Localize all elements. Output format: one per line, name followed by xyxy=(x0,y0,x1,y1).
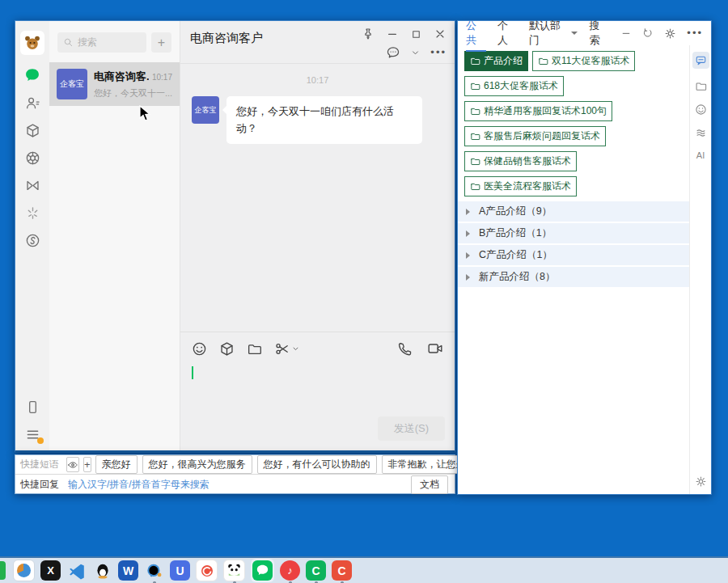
taskbar-browser-icon[interactable] xyxy=(196,560,218,581)
eye-toggle-button[interactable] xyxy=(66,457,79,472)
folder-icon xyxy=(470,156,480,167)
chat-avatar: 企客宝 xyxy=(57,69,87,99)
mobile-icon[interactable] xyxy=(25,399,40,415)
tag-button[interactable]: 医美全流程客服话术 xyxy=(464,176,577,196)
message-avatar[interactable]: 企客宝 xyxy=(192,96,219,124)
tag-label: 618大促客服话术 xyxy=(484,79,558,93)
message-options-icon[interactable] xyxy=(386,45,400,60)
quick-reply-label: 快捷回复 xyxy=(20,478,62,492)
chat-item-time: 10:17 xyxy=(152,73,172,82)
quick-phrase-button[interactable]: 您好，很高兴为您服务 xyxy=(142,455,252,474)
more-menu-icon[interactable] xyxy=(25,427,40,442)
tag-button[interactable]: 产品介绍 xyxy=(464,51,528,71)
message-input[interactable] xyxy=(180,361,455,416)
wecom-main-window: 搜索 + 企客宝 电商咨询客... 10:17 您好，今天双十一... 电商咨询… xyxy=(15,20,455,453)
tag-button[interactable]: 精华通用客服回复话术100句 xyxy=(464,101,612,121)
strip-ai-label[interactable]: AI xyxy=(696,150,705,160)
chat-item-title: 电商咨询客... xyxy=(94,70,149,84)
screenshot-icon[interactable] xyxy=(274,341,300,357)
quick-phrases-label: 快捷短语 xyxy=(20,458,62,471)
text-cursor xyxy=(192,366,193,379)
contacts-icon[interactable] xyxy=(25,95,40,111)
phrase-group-row[interactable]: B产品介绍（1） xyxy=(458,223,689,245)
tag-button[interactable]: 双11大促客服话术 xyxy=(532,51,635,71)
minimize-icon[interactable] xyxy=(384,26,400,42)
panel-minimize-icon[interactable] xyxy=(620,27,632,39)
panel-search[interactable]: 搜索 xyxy=(589,19,609,48)
video-call-icon[interactable] xyxy=(427,340,443,357)
message-bubble: 您好，今天双十一咱们店有什么活动？ xyxy=(226,96,422,144)
tag-label: 双11大促客服话术 xyxy=(552,54,629,68)
panel-more-icon[interactable]: ••• xyxy=(687,29,703,37)
phrase-group-list: A产品介绍（9） B产品介绍（1） C产品介绍（1） xyxy=(458,201,689,289)
phrase-group-row[interactable]: A产品介绍（9） xyxy=(458,201,689,223)
settings-gear-icon[interactable] xyxy=(664,27,676,40)
strip-gear-icon[interactable] xyxy=(695,475,707,488)
tag-button[interactable]: 客服售后麻烦问题回复话术 xyxy=(464,126,606,146)
maximize-icon[interactable] xyxy=(408,27,424,42)
add-chat-button[interactable]: + xyxy=(151,32,171,53)
department-select[interactable]: 默认部门 xyxy=(529,19,578,48)
send-button[interactable]: 发送(S) xyxy=(378,416,445,441)
taskbar-ai-chat-icon[interactable] xyxy=(144,560,164,581)
expand-arrow-icon xyxy=(466,252,473,259)
chat-more-icon[interactable]: ••• xyxy=(430,49,447,57)
tag-button[interactable]: 保健品销售客服话术 xyxy=(464,151,577,171)
taskbar-camtasia-red-icon[interactable]: C xyxy=(332,560,352,581)
capture-cube-icon[interactable] xyxy=(219,341,235,357)
eye-icon xyxy=(67,459,78,471)
chat-list-item[interactable]: 企客宝 电商咨询客... 10:17 您好，今天双十一... xyxy=(49,62,180,106)
chat-title: 电商咨询客户 xyxy=(190,31,263,46)
close-icon[interactable] xyxy=(432,26,448,42)
voice-call-icon[interactable] xyxy=(397,341,413,357)
expand-arrow-icon xyxy=(466,274,473,281)
phrase-group-row[interactable]: C产品介绍（1） xyxy=(458,245,689,267)
add-phrase-button[interactable]: + xyxy=(83,457,91,472)
taskbar-partial-app-icon[interactable] xyxy=(0,561,6,580)
emoji-icon[interactable] xyxy=(192,341,207,357)
taskbar-media-player-icon[interactable] xyxy=(13,560,35,581)
taskbar-wecom-icon[interactable] xyxy=(252,560,273,581)
workspace-icon[interactable] xyxy=(25,123,40,138)
search-input[interactable]: 搜索 xyxy=(57,32,146,53)
taskbar-qq-icon[interactable] xyxy=(92,560,112,581)
user-avatar[interactable] xyxy=(20,31,44,55)
taskbar-camtasia-green-icon[interactable]: C xyxy=(306,560,326,581)
workbench-icon[interactable] xyxy=(25,150,40,166)
quick-phrase-button[interactable]: 亲您好 xyxy=(95,455,138,474)
tag-label: 医美全流程客服话术 xyxy=(484,180,571,193)
phrase-group-row[interactable]: 新产品介绍（8） xyxy=(458,267,689,289)
taskbar-vscode-icon[interactable] xyxy=(66,560,87,581)
doc-button[interactable]: 文档 xyxy=(411,475,448,494)
taskbar-capcut-icon[interactable]: X xyxy=(40,560,61,581)
chat-item-preview: 您好，今天双十一... xyxy=(94,87,172,99)
quick-reply-bars: 快捷短语 + 亲您好 您好，很高兴为您服务 您好，有什么可以协助的 非常抱歉，让… xyxy=(15,454,455,494)
message-row: 企客宝 您好，今天双十一咱们店有什么活动？ xyxy=(192,96,443,144)
chats-icon[interactable] xyxy=(24,67,40,83)
refresh-icon[interactable] xyxy=(642,27,654,39)
tab-public[interactable]: 公共 xyxy=(466,19,486,48)
app-sidebar xyxy=(15,21,49,450)
tag-button[interactable]: 618大促客服话术 xyxy=(464,76,564,96)
chevron-down-icon[interactable] xyxy=(410,48,421,58)
taskbar-music-icon[interactable]: ♪ xyxy=(280,560,300,581)
quick-phrase-button[interactable]: 您好，有什么可以协助的 xyxy=(257,455,377,474)
strip-emoji-icon[interactable] xyxy=(695,104,707,116)
chat-list: 搜索 + 企客宝 电商咨询客... 10:17 您好，今天双十一... xyxy=(49,21,180,450)
quick-reply-input[interactable] xyxy=(66,478,407,491)
strip-folder-icon[interactable] xyxy=(695,80,707,92)
screenshot-caret-icon[interactable] xyxy=(291,344,300,353)
spark-icon[interactable] xyxy=(25,205,40,221)
taskbar-u-shield-icon[interactable]: U xyxy=(170,560,190,581)
tab-personal[interactable]: 个人 xyxy=(497,19,518,48)
strip-chat-icon[interactable] xyxy=(692,52,709,69)
taskbar-panda-app-icon[interactable] xyxy=(223,560,245,581)
file-folder-icon[interactable] xyxy=(247,341,262,357)
moments-icon[interactable] xyxy=(25,178,40,193)
assistant-panel: 公共 个人 默认部门 搜索 ••• 产 xyxy=(457,20,712,495)
taskbar-word-icon[interactable]: W xyxy=(118,560,138,581)
strip-layers-icon[interactable] xyxy=(695,127,707,139)
pin-icon[interactable] xyxy=(360,26,376,42)
taskbar-wecom-active xyxy=(251,559,274,582)
link-icon[interactable] xyxy=(25,233,40,248)
